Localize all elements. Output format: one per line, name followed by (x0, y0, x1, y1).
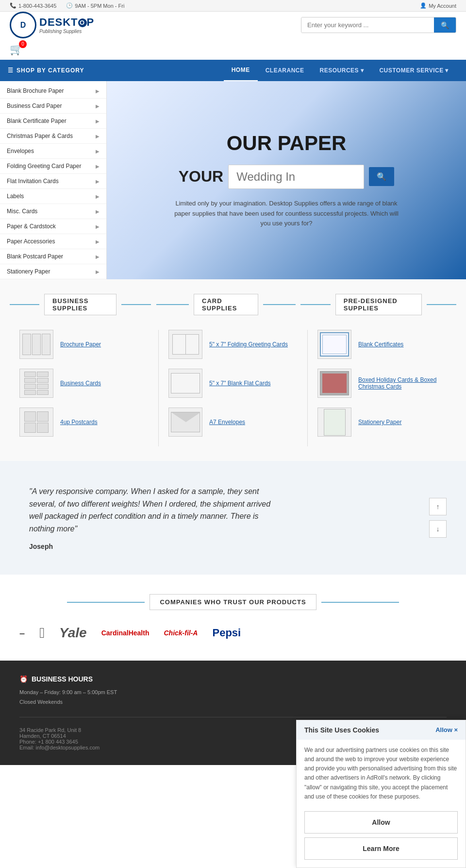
cookie-popup: This Site Uses Cookies Allow × We and ou… (296, 720, 466, 765)
sidebar-item-misc[interactable]: Misc. Cards ▶ (0, 204, 106, 219)
arrow-icon: ▶ (96, 149, 100, 154)
sidebar-item-accessories[interactable]: Paper Accessories ▶ (0, 234, 106, 249)
cookie-body: We and our advertising partners use cook… (297, 740, 466, 765)
trust-logo-chick: Chick-fil-A (164, 629, 198, 637)
hero-search-row: YOUR 🔍 (179, 165, 394, 189)
logo-subtitle: Publishing Supplies (39, 29, 94, 34)
hero-section: OUR PAPER YOUR 🔍 Limited only by your im… (107, 81, 466, 279)
sidebar-label: Paper Accessories (7, 238, 55, 245)
account-label: My Account (429, 3, 456, 9)
trust-logo-apple:  (39, 625, 45, 641)
product-envelopes[interactable]: A7 Envelopes (168, 408, 298, 437)
sidebar-label: Flat Invitation Cards (7, 178, 59, 185)
sidebar-item-paper-cardstock[interactable]: Paper & Cardstock ▶ (0, 219, 106, 234)
hero-search-button[interactable]: 🔍 (369, 167, 394, 186)
sidebar-item-stationery[interactable]: Stationery Paper ▶ (0, 264, 106, 279)
tab-predesigned[interactable]: PRE-DESIGNED SUPPLIES (300, 294, 456, 315)
logo[interactable]: D DESKTOP Publishing Supplies (10, 12, 94, 38)
envelope-thumb (168, 408, 202, 437)
trust-logo-cardinal: CardinalHealth (101, 629, 150, 637)
search-bar[interactable]: 🔍 (301, 17, 456, 33)
arrow-icon: ▶ (96, 164, 100, 169)
testimonial-author: Joseph (29, 543, 53, 550)
product-brochure[interactable]: Brochure Paper (19, 330, 149, 359)
clock-icon: 🕒 (66, 2, 73, 9)
cell (37, 390, 49, 395)
next-testimonial-button[interactable]: ↓ (429, 520, 447, 538)
trust-line-left (67, 602, 145, 603)
tab-card-label: CARD SUPPLIES (194, 294, 258, 315)
trust-section: COMPANIES WHO TRUST OUR PRODUCTS –  Yal… (0, 575, 466, 661)
cookie-title: This Site Uses Cookies (304, 726, 379, 734)
bizcard-thumb (19, 369, 53, 398)
product-holiday-cards[interactable]: Boxed Holiday Cards & Boxed Christmas Ca… (317, 369, 447, 398)
product-folding-cards[interactable]: 5" x 7" Folding Greeting Cards (168, 330, 298, 359)
arrow-icon: ▶ (96, 254, 100, 259)
shop-by-category[interactable]: ☰ SHOP BY CATEGORY (0, 62, 107, 79)
flat-thumb (168, 369, 202, 398)
arrow-icon: ▶ (96, 103, 100, 109)
nav-resources[interactable]: RESOURCES ▾ (312, 60, 372, 81)
product-postcards[interactable]: 4up Postcards (19, 408, 149, 437)
sidebar-label: Envelopes (7, 148, 34, 154)
account-link[interactable]: 👤 My Account (420, 2, 456, 9)
prev-testimonial-button[interactable]: ↑ (429, 498, 447, 515)
cart-icon[interactable]: 🛒 0 (10, 43, 23, 56)
sidebar-item-certificate[interactable]: Blank Certificate Paper ▶ (0, 114, 106, 129)
sidebar-item-labels[interactable]: Labels ▶ (0, 189, 106, 204)
cell (24, 411, 36, 422)
nav-home[interactable]: HOME (224, 60, 258, 81)
arrow-icon: ▶ (96, 194, 100, 199)
tab-line (10, 304, 39, 305)
footer-addr2: Hamden, CT 06514 (19, 733, 100, 739)
trust-title: COMPANIES WHO TRUST OUR PRODUCTS (150, 594, 316, 610)
arrow-icon: ▶ (96, 134, 100, 139)
sidebar-item-flat[interactable]: Flat Invitation Cards ▶ (0, 174, 106, 189)
brochure-thumb-inner (22, 334, 50, 355)
nav-customer-service[interactable]: CUSTOMER SERVICE ▾ (371, 60, 456, 81)
tab-card[interactable]: CARD SUPPLIES (156, 294, 295, 315)
holiday-overlay (322, 374, 347, 393)
sidebar-item-envelopes[interactable]: Envelopes ▶ (0, 144, 106, 159)
sidebar-item-business-card[interactable]: Business Card Paper ▶ (0, 99, 106, 114)
footer-hours-2: Closed Weekends (19, 698, 447, 707)
nav-links: HOME CLEARANCE RESOURCES ▾ CUSTOMER SERV… (224, 60, 466, 81)
hero-search-input[interactable] (228, 165, 364, 189)
sidebar-label: Paper & Cardstock (7, 223, 56, 230)
product-certificates[interactable]: Blank Certificates (317, 330, 447, 359)
phone-info: 📞 1-800-443-3645 (10, 2, 56, 9)
cookie-allow-top-button[interactable]: Allow × (435, 726, 458, 733)
section-tabs: BUSINESS SUPPLIES CARD SUPPLIES PRE-DESI… (10, 294, 456, 315)
folding-thumb (168, 330, 202, 359)
cell (37, 384, 49, 389)
product-name: Boxed Holiday Cards & Boxed Christmas Ca… (358, 376, 447, 390)
sidebar-item-folding[interactable]: Folding Greeting Card Paper ▶ (0, 159, 106, 174)
product-flat-cards[interactable]: 5" x 7" Blank Flat Cards (168, 369, 298, 398)
tab-business[interactable]: BUSINESS SUPPLIES (10, 294, 151, 315)
product-name: 5" x 7" Blank Flat Cards (209, 380, 271, 387)
testimonial-section: "A very responsive company. When I asked… (0, 461, 466, 575)
search-input[interactable] (301, 17, 434, 33)
search-button[interactable]: 🔍 (434, 17, 456, 33)
cell (24, 423, 36, 433)
cell (24, 390, 36, 395)
cell (37, 423, 49, 433)
arrow-icon: ▶ (96, 239, 100, 244)
logo-circle: D (10, 12, 36, 38)
cell (37, 378, 49, 383)
sidebar-item-brochure[interactable]: Blank Brochure Paper ▶ (0, 84, 106, 99)
nav-clearance[interactable]: CLEARANCE (258, 60, 312, 81)
hours-info: 🕒 9AM - 5PM Mon - Fri (66, 2, 124, 9)
product-stationery[interactable]: Stationery Paper (317, 408, 447, 437)
sidebar-item-christmas[interactable]: Christmas Paper & Cards ▶ (0, 129, 106, 144)
arrow-icon: ▶ (96, 119, 100, 124)
tab-line (263, 304, 296, 305)
sidebar-label: Folding Greeting Card Paper (7, 163, 81, 170)
cell (24, 372, 36, 377)
card-col: 5" x 7" Folding Greeting Cards 5" x 7" B… (159, 330, 308, 446)
stationery-thumb-wrapper (317, 408, 351, 437)
product-business-cards[interactable]: Business Cards (19, 369, 149, 398)
sidebar: Blank Brochure Paper ▶ Business Card Pap… (0, 81, 107, 279)
sidebar-item-postcard[interactable]: Blank Postcard Paper ▶ (0, 249, 106, 264)
product-name: Brochure Paper (60, 341, 101, 348)
